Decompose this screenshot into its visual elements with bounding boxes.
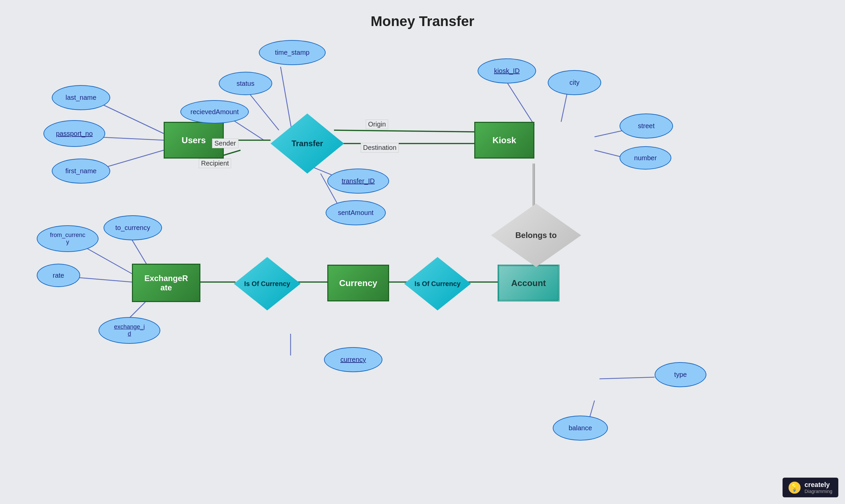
svg-line-9	[561, 90, 568, 122]
diamond-transfer: Transfer	[270, 113, 344, 174]
attr-street: street	[619, 113, 673, 139]
svg-line-5	[230, 119, 264, 140]
attr-type: type	[655, 362, 706, 387]
attr-city: city	[548, 70, 601, 95]
attr-currency: currency	[324, 347, 383, 372]
attr-passport-no: passport_no	[43, 120, 105, 147]
svg-line-8	[508, 84, 534, 125]
attr-time-stamp: time_stamp	[259, 40, 325, 65]
diagram-container: Money Transfer Users Kiosk ExchangeR ate…	[0, 0, 845, 504]
svg-line-21	[334, 130, 474, 132]
attr-rate: rate	[37, 264, 80, 287]
attr-kiosk-id: kiosk_ID	[478, 58, 536, 84]
attr-number: number	[619, 146, 671, 169]
label-destination: Destination	[361, 143, 399, 152]
attr-transfer-id: transfer_ID	[327, 168, 389, 194]
svg-line-17	[599, 377, 655, 379]
diagram-lines	[0, 0, 845, 504]
attr-balance: balance	[553, 416, 608, 440]
attr-sent-amount: sentAmount	[325, 200, 386, 225]
attr-from-currency: from_currenc y	[37, 225, 99, 252]
attr-to-currency: to_currency	[104, 215, 162, 240]
entity-account: Account	[498, 265, 560, 301]
creately-icon: 💡	[789, 482, 800, 494]
attr-last-name: last_name	[52, 85, 110, 110]
attr-recieved-amount: recievedAmount	[180, 100, 249, 124]
creately-text: creately Diagramming	[805, 481, 832, 494]
svg-line-11	[595, 150, 621, 157]
label-origin: Origin	[366, 120, 388, 129]
label-sender: Sender	[212, 139, 239, 148]
entity-currency: Currency	[327, 265, 389, 301]
entity-exchange-rate: ExchangeR ate	[132, 264, 200, 302]
diamond-is-of-currency-right: Is Of Currency	[404, 257, 471, 310]
svg-line-10	[595, 130, 624, 137]
svg-line-1	[93, 137, 164, 140]
diamond-belongs-to: Belongs to	[491, 203, 581, 267]
attr-first-name: first_name	[52, 159, 110, 184]
label-recipient: Recipient	[199, 159, 231, 168]
diamond-is-of-currency-left: Is Of Currency	[234, 257, 301, 310]
attr-status: status	[219, 72, 272, 95]
svg-line-0	[100, 104, 164, 133]
entity-kiosk: Kiosk	[474, 122, 534, 159]
attr-exchange-id: exchange_i d	[99, 317, 160, 344]
svg-line-14	[72, 277, 132, 282]
creately-badge: 💡 creately Diagramming	[782, 478, 838, 497]
